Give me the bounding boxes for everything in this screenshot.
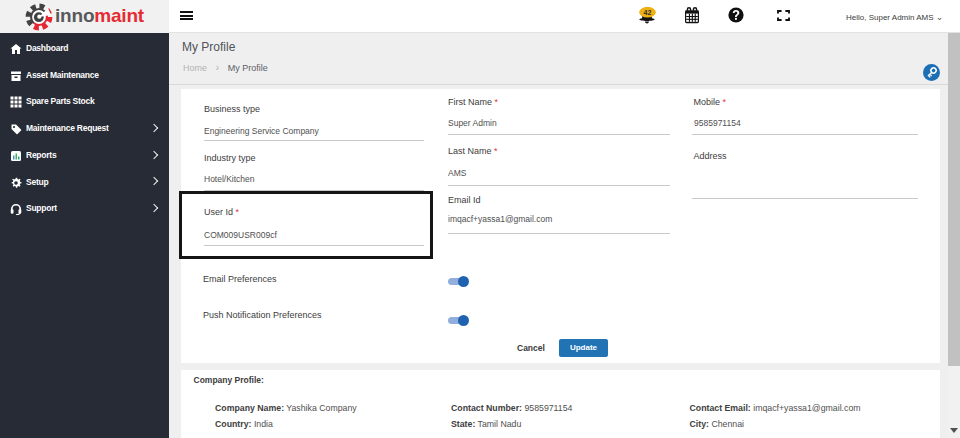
svg-text:42: 42 <box>644 9 652 16</box>
